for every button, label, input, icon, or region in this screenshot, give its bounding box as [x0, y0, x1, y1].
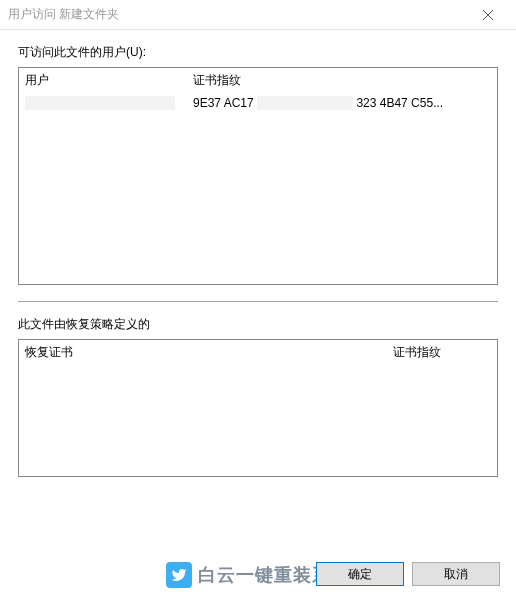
- cell-thumbprint: 9E37 AC17 323 4B47 C55...: [187, 94, 497, 113]
- ok-button[interactable]: 确定: [316, 562, 404, 586]
- bird-icon: [171, 567, 187, 583]
- thumbprint-fragment-b: 323 4B47 C55...: [356, 96, 443, 110]
- redacted-user-text: [25, 96, 175, 110]
- users-listbox[interactable]: 用户 证书指纹 9E37 AC17 323 4B47 C55...: [18, 67, 498, 285]
- cancel-button[interactable]: 取消: [412, 562, 500, 586]
- column-header-user[interactable]: 用户: [19, 69, 187, 92]
- recovery-listbox[interactable]: 恢复证书 证书指纹: [18, 339, 498, 477]
- window-title: 用户访问 新建文件夹: [8, 6, 468, 23]
- watermark-logo: [166, 562, 192, 588]
- dialog-button-row: 确定 取消: [316, 562, 500, 586]
- table-row[interactable]: 9E37 AC17 323 4B47 C55...: [19, 92, 497, 114]
- users-section-label: 可访问此文件的用户(U):: [18, 44, 498, 61]
- column-header-thumbprint[interactable]: 证书指纹: [187, 69, 497, 92]
- redacted-thumb-text: [257, 96, 353, 110]
- users-list-header: 用户 证书指纹: [19, 68, 497, 92]
- thumbprint-fragment-a: 9E37 AC17: [193, 96, 254, 110]
- dialog-content: 可访问此文件的用户(U): 用户 证书指纹 9E37 AC17 323 4B47…: [0, 30, 516, 489]
- titlebar: 用户访问 新建文件夹: [0, 0, 516, 30]
- cell-user: [19, 94, 187, 113]
- recovery-section-label: 此文件由恢复策略定义的: [18, 316, 498, 333]
- column-header-recovery-cert[interactable]: 恢复证书: [19, 341, 387, 364]
- close-icon: [483, 10, 493, 20]
- column-header-recovery-thumbprint[interactable]: 证书指纹: [387, 341, 497, 364]
- close-button[interactable]: [468, 1, 508, 29]
- recovery-list-header: 恢复证书 证书指纹: [19, 340, 497, 364]
- section-divider: [18, 301, 498, 302]
